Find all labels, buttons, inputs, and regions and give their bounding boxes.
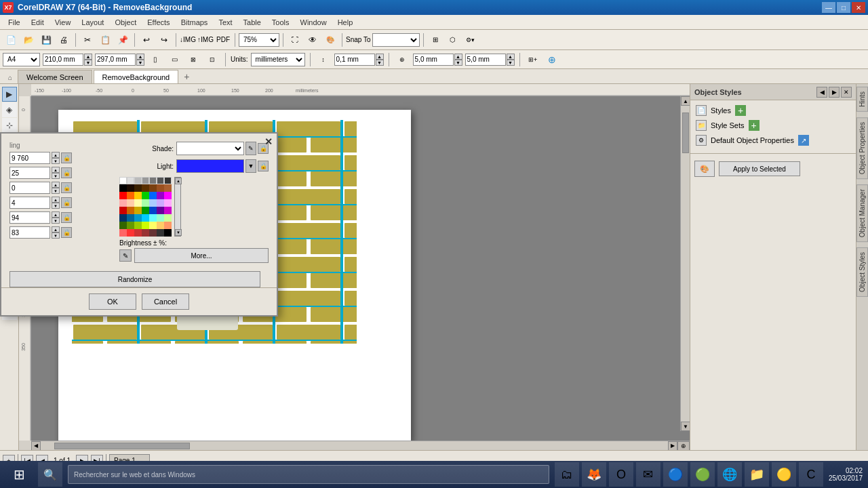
- field-up-1[interactable]: ▲: [52, 167, 60, 173]
- field-up-5[interactable]: ▲: [52, 226, 60, 232]
- start-button[interactable]: ⊞: [5, 462, 33, 487]
- swatch[interactable]: [142, 229, 149, 237]
- select-tool[interactable]: ▶: [2, 87, 17, 102]
- color-scroll-up[interactable]: ▲: [175, 178, 182, 184]
- hscroll-left-btn[interactable]: ◀: [31, 441, 41, 451]
- full-screen-btn[interactable]: ⛶: [287, 32, 303, 48]
- swatch[interactable]: [134, 214, 142, 222]
- menu-layout[interactable]: Layout: [76, 17, 109, 28]
- default-props-item[interactable]: ⚙ Default Object Properties ↗: [693, 133, 853, 148]
- swatch[interactable]: [127, 184, 134, 192]
- field-lock-4[interactable]: 🔒: [61, 212, 72, 223]
- swatch[interactable]: [157, 192, 164, 199]
- cut-button[interactable]: ✂: [79, 32, 96, 48]
- apply-to-selected-button[interactable]: Apply to Selected: [719, 161, 800, 176]
- import-button[interactable]: ↓IMG: [180, 32, 196, 48]
- swatch[interactable]: [164, 229, 172, 237]
- panel-expand-btn[interactable]: ◀: [816, 87, 827, 98]
- swatch[interactable]: [149, 199, 157, 207]
- field-input-4[interactable]: [9, 211, 50, 224]
- zoom-reset-btn[interactable]: ⊕: [677, 441, 690, 451]
- light-dropdown-btn[interactable]: ▼: [245, 159, 256, 173]
- object-properties-tab[interactable]: Object Properties: [856, 117, 868, 179]
- color-scroll-down[interactable]: ▼: [175, 229, 182, 236]
- field-input-0[interactable]: [9, 152, 50, 164]
- swatch[interactable]: [142, 192, 149, 199]
- menu-table[interactable]: Table: [238, 17, 267, 28]
- publish-button[interactable]: PDF: [215, 32, 231, 48]
- export-button[interactable]: ↑IMG: [197, 32, 214, 48]
- eyedropper-btn[interactable]: ✎: [119, 249, 132, 262]
- snap1-up[interactable]: ▲: [454, 54, 462, 60]
- color-btn[interactable]: 🎨: [322, 32, 338, 48]
- field-lock-5[interactable]: 🔒: [61, 227, 72, 238]
- swatch[interactable]: [142, 177, 149, 184]
- swatch[interactable]: [119, 207, 127, 214]
- zoom-select[interactable]: 75% 50% 100%: [239, 33, 279, 47]
- object-styles-tab[interactable]: Object Styles: [856, 247, 868, 297]
- menu-effects[interactable]: Effects: [142, 17, 175, 28]
- menu-help[interactable]: Help: [332, 17, 359, 28]
- field-down-4[interactable]: ▼: [52, 218, 60, 224]
- nudge-input[interactable]: 0,1 mm: [334, 54, 375, 66]
- options-btn[interactable]: ⚙▾: [462, 32, 479, 48]
- dynamic-btn[interactable]: ⬡: [445, 32, 461, 48]
- landscape-btn[interactable]: ▭: [166, 52, 182, 68]
- styles-item[interactable]: 📄 Styles +: [693, 103, 853, 118]
- taskbar-app2[interactable]: 🟢: [690, 462, 715, 487]
- dialog-close-btn[interactable]: ✕: [264, 136, 273, 147]
- swatch[interactable]: [164, 222, 172, 229]
- swatch[interactable]: [119, 199, 127, 207]
- menu-window[interactable]: Window: [295, 17, 332, 28]
- vscroll-thumb[interactable]: [682, 113, 689, 153]
- shade-pick-btn[interactable]: ✎: [245, 142, 256, 155]
- field-down-3[interactable]: ▼: [52, 203, 60, 209]
- paste-button[interactable]: 📌: [115, 32, 131, 48]
- ok-button[interactable]: OK: [89, 293, 136, 310]
- swatch[interactable]: [157, 184, 164, 192]
- nudge-up[interactable]: ▲: [376, 54, 384, 60]
- default-props-btn[interactable]: ↗: [798, 135, 809, 146]
- panel-close-btn[interactable]: ✕: [841, 87, 852, 98]
- taskbar-app1[interactable]: 🔵: [663, 462, 688, 487]
- minimize-button[interactable]: —: [822, 2, 835, 13]
- vscrollbar[interactable]: ▲ ▼: [680, 96, 690, 431]
- swatch[interactable]: [164, 199, 172, 207]
- snap-input2[interactable]: 5,0 mm: [465, 54, 506, 66]
- menu-text[interactable]: Text: [213, 17, 237, 28]
- field-up-2[interactable]: ▲: [52, 182, 60, 188]
- field-input-2[interactable]: [9, 182, 50, 194]
- swatch[interactable]: [119, 177, 127, 184]
- swatch[interactable]: [119, 184, 127, 192]
- width-input[interactable]: 210,0 mm: [43, 54, 83, 66]
- field-input-3[interactable]: [9, 197, 50, 209]
- swatch[interactable]: [134, 184, 142, 192]
- align-btn[interactable]: ⊞: [427, 32, 443, 48]
- style-sets-item[interactable]: 📁 Style Sets +: [693, 118, 853, 133]
- swatch[interactable]: [149, 222, 157, 229]
- swatch[interactable]: [134, 177, 142, 184]
- swatch[interactable]: [127, 207, 134, 214]
- width-down[interactable]: ▼: [84, 60, 92, 66]
- swatch[interactable]: [164, 177, 172, 184]
- swatch[interactable]: [119, 214, 127, 222]
- swatch[interactable]: [164, 207, 172, 214]
- nudge-down[interactable]: ▼: [376, 60, 384, 66]
- vscroll-up-btn[interactable]: ▲: [681, 96, 690, 106]
- view-btn[interactable]: 👁: [304, 32, 321, 48]
- swatch[interactable]: [157, 229, 164, 237]
- taskbar-firefox[interactable]: 🦊: [582, 462, 606, 487]
- menu-tools[interactable]: Tools: [267, 17, 295, 28]
- swatch[interactable]: [149, 177, 157, 184]
- task-search-btn[interactable]: 🔍: [38, 462, 62, 487]
- swatch[interactable]: [134, 199, 142, 207]
- swatch[interactable]: [149, 184, 157, 192]
- swatch[interactable]: [119, 192, 127, 199]
- field-down-5[interactable]: ▼: [52, 232, 60, 239]
- swatch[interactable]: [149, 207, 157, 214]
- shade-select[interactable]: [176, 142, 244, 155]
- swatch[interactable]: [127, 192, 134, 199]
- swatch[interactable]: [142, 222, 149, 229]
- field-down-1[interactable]: ▼: [52, 173, 60, 179]
- swatch[interactable]: [157, 222, 164, 229]
